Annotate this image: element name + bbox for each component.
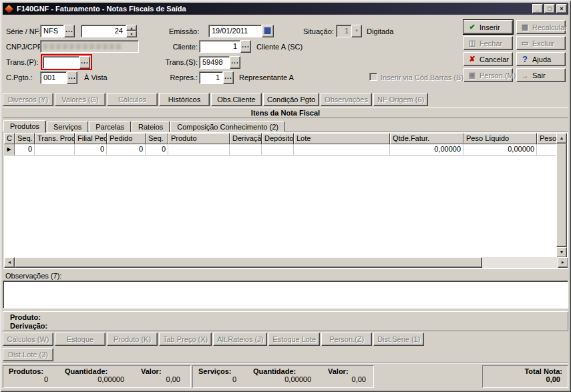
situacao-status-text: Digitada [367, 27, 393, 35]
observacoes-textarea[interactable] [3, 280, 568, 309]
servicos-valor-value: 0,00 [328, 375, 368, 383]
serie-field[interactable]: NFS [40, 25, 64, 37]
ajuda-button[interactable]: ? Ajuda [516, 52, 566, 66]
cell-lote[interactable] [294, 144, 390, 156]
servicos-qtd-value: 0,00000 [253, 375, 313, 383]
tab-parcelas[interactable]: Parcelas [89, 121, 131, 132]
grid-col-indicator: C [4, 133, 15, 144]
cnpj-field [40, 40, 139, 53]
excluir-icon: ▭ [521, 39, 529, 47]
toolbar-button-historicos[interactable]: Históricos [159, 93, 210, 106]
detail-panel: Produto: Derivação: [3, 311, 568, 331]
cell-filial-ped[interactable]: 0 [75, 144, 107, 156]
items-tabs: Produtos Serviços Parcelas Rateios Compo… [3, 120, 286, 132]
cell-produto[interactable] [168, 144, 230, 156]
cell-qtde-fatur[interactable]: 0,00000 [390, 144, 463, 156]
trans-p-lookup-button[interactable]: ... [79, 56, 90, 69]
total-nota-value: 0,00 [546, 375, 562, 383]
scroll-up-icon[interactable]: ▲ [556, 133, 567, 144]
emissao-field[interactable]: 19/01/2011 [208, 25, 262, 37]
cell-seq[interactable]: 0 [15, 144, 35, 156]
grid-col-seq: Seq. [15, 133, 35, 144]
grid-col-derivacao: Derivação [230, 133, 262, 144]
toolbar-button-nf-origem: NF Origem (6) [373, 93, 428, 106]
repres-name-text: Representante A [239, 73, 294, 81]
produtos-total-label: Produtos: [9, 367, 50, 375]
cpgto-field[interactable]: 001 [40, 71, 67, 84]
total-nota-panel: Total Nota: 0,00 [482, 365, 568, 388]
cliente-field[interactable]: 1 [199, 40, 240, 53]
cpgto-lookup-button[interactable]: ... [67, 71, 77, 84]
calculos-w-button: Cálculos (W) [3, 333, 53, 346]
inserir-label: Inserir [480, 23, 500, 31]
grid-col-filial-ped: Filial Ped. [75, 133, 107, 144]
dist-lote-button: Dist.Lote (3) [3, 348, 53, 361]
cliente-label: Cliente: [161, 43, 198, 51]
sair-button[interactable]: → Sair [516, 68, 566, 82]
detail-derivacao-label: Derivação: [10, 322, 47, 330]
row-marker-icon: ▶ [7, 146, 11, 152]
cpgto-name-text: À Vista [84, 73, 108, 81]
produtos-total-value: 0 [9, 375, 50, 383]
scroll-right-icon[interactable]: ► [558, 257, 568, 268]
cell-trans-prod[interactable] [35, 144, 75, 156]
tab-composicao-conhecimento[interactable]: Composição Conhecimento (2) [170, 121, 285, 132]
vertical-scroll-thumb[interactable] [556, 144, 567, 247]
cpgto-label: C.Pgto.: [6, 73, 33, 81]
grid-row[interactable]: ▶ 0 0 0 0 0,00000 0,00000 [4, 144, 564, 156]
scroll-down-icon[interactable]: ▼ [556, 247, 567, 258]
emissao-calendar-button[interactable]: ▦ [262, 25, 274, 37]
repres-field[interactable]: 1 [199, 71, 223, 84]
close-button[interactable]: × [556, 4, 567, 13]
excluir-button: ▭ Excluir [516, 36, 566, 50]
situacao-label: Situação: [303, 27, 334, 35]
cell-deposito[interactable] [262, 144, 294, 156]
cell-derivacao[interactable] [230, 144, 262, 156]
excluir-label: Excluir [532, 39, 554, 47]
nf-number-field[interactable]: 24 [81, 25, 126, 37]
cell-peso-liquido[interactable]: 0,00000 [463, 144, 537, 156]
produto-k-button: Produto (K) [107, 333, 158, 346]
serie-lookup-button[interactable]: ... [64, 25, 75, 37]
trans-p-field[interactable] [43, 56, 79, 69]
toolbar-button-condicao-pgto[interactable]: Condição Pgto [263, 93, 319, 106]
cliente-lookup-button[interactable]: ... [240, 40, 251, 53]
servicos-totals-panel: Serviços: 0 Quantidade: 0,00000 Valor: 0… [192, 365, 374, 388]
trans-s-field[interactable]: 59498 [199, 56, 230, 69]
person-m-button: ▣ Person.(M) [463, 68, 513, 82]
dist-serie-button: Dist.Série (1) [373, 333, 424, 346]
servicos-total-value: 0 [198, 375, 238, 383]
exit-icon: → [521, 71, 529, 79]
repres-lookup-button[interactable]: ... [223, 71, 234, 84]
ajuda-label: Ajuda [532, 55, 551, 63]
grid-col-seq2: Seq. [146, 133, 168, 144]
calendar-icon: ▦ [264, 25, 272, 35]
spin-up-icon[interactable]: ▲ [126, 25, 137, 31]
cancelar-button[interactable]: ✘ Cancelar [463, 52, 513, 66]
servicos-qtd-label: Quantidade: [253, 367, 313, 375]
scroll-left-icon[interactable]: ◄ [4, 257, 15, 268]
spin-down-icon[interactable]: ▼ [126, 31, 137, 37]
cell-seq2[interactable]: 0 [146, 144, 168, 156]
trans-s-lookup-button[interactable]: ... [230, 56, 240, 69]
tab-rateios[interactable]: Rateios [132, 121, 170, 132]
tab-servicos[interactable]: Serviços [47, 121, 88, 132]
horizontal-scroll-thumb[interactable] [15, 257, 482, 268]
trans-p-label: Trans.(P): [6, 58, 39, 66]
nf-number-spinner[interactable]: ▲ ▼ [126, 25, 137, 37]
tab-preco-button: Tab.Preço (X) [159, 333, 212, 346]
minimize-button[interactable]: _ [532, 4, 543, 13]
produtos-valor-label: Valor: [141, 367, 182, 375]
inserir-button[interactable]: ✔ Inserir [463, 20, 513, 34]
toolbar-button-obs-cliente[interactable]: Obs.Cliente [211, 93, 262, 106]
tab-produtos[interactable]: Produtos [3, 120, 46, 133]
situacao-dropdown-button: ▼ [351, 25, 362, 37]
cross-icon: ✘ [468, 55, 476, 63]
barcode-checkbox-label: Inserir via Cód.Barras (B) [381, 73, 463, 81]
window-title: F140GNF - Faturamento - Notas Fiscais de… [17, 5, 531, 13]
app-window: F140GNF - Faturamento - Notas Fiscais de… [0, 0, 571, 392]
grid-col-qtde-fatur: Qtde.Fatur. [390, 133, 463, 144]
maximize-button[interactable]: □ [544, 4, 555, 13]
cell-pedido[interactable]: 0 [107, 144, 146, 156]
bottom-toolbar-row2: Dist.Lote (3) [3, 348, 53, 361]
